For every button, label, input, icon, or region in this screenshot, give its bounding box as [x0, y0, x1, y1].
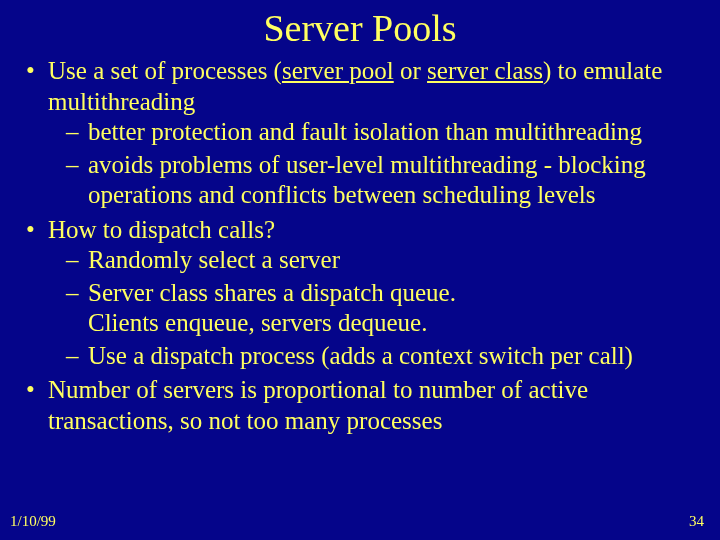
bullet-1: Use a set of processes (server pool or s…	[26, 56, 702, 211]
bullet-2-text: How to dispatch calls?	[48, 216, 275, 243]
bullet-1-sub-1: better protection and fault isolation th…	[66, 117, 702, 148]
underline-server-pool: server pool	[282, 57, 394, 84]
footer-page-number: 34	[689, 513, 704, 530]
bullet-2-sub-2-line-2: Clients enqueue, servers dequeue.	[88, 308, 702, 339]
bullet-1-sublist: better protection and fault isolation th…	[48, 117, 702, 211]
bullet-list: Use a set of processes (server pool or s…	[18, 56, 702, 436]
underline-server-class: server class	[427, 57, 543, 84]
bullet-1-sub-2: avoids problems of user-level multithrea…	[66, 150, 702, 211]
bullet-1-text-mid: or	[394, 57, 427, 84]
slide: Server Pools Use a set of processes (ser…	[0, 0, 720, 540]
bullet-2-sublist: Randomly select a server Server class sh…	[48, 245, 702, 371]
bullet-2: How to dispatch calls? Randomly select a…	[26, 215, 702, 372]
footer-date: 1/10/99	[10, 513, 56, 530]
slide-title: Server Pools	[18, 6, 702, 50]
bullet-1-text-pre: Use a set of processes (	[48, 57, 282, 84]
bullet-2-sub-1: Randomly select a server	[66, 245, 702, 276]
bullet-2-sub-3: Use a dispatch process (adds a context s…	[66, 341, 702, 372]
bullet-3: Number of servers is proportional to num…	[26, 375, 702, 436]
bullet-2-sub-2-line-1: Server class shares a dispatch queue.	[88, 278, 702, 309]
bullet-2-sub-2: Server class shares a dispatch queue. Cl…	[66, 278, 702, 339]
